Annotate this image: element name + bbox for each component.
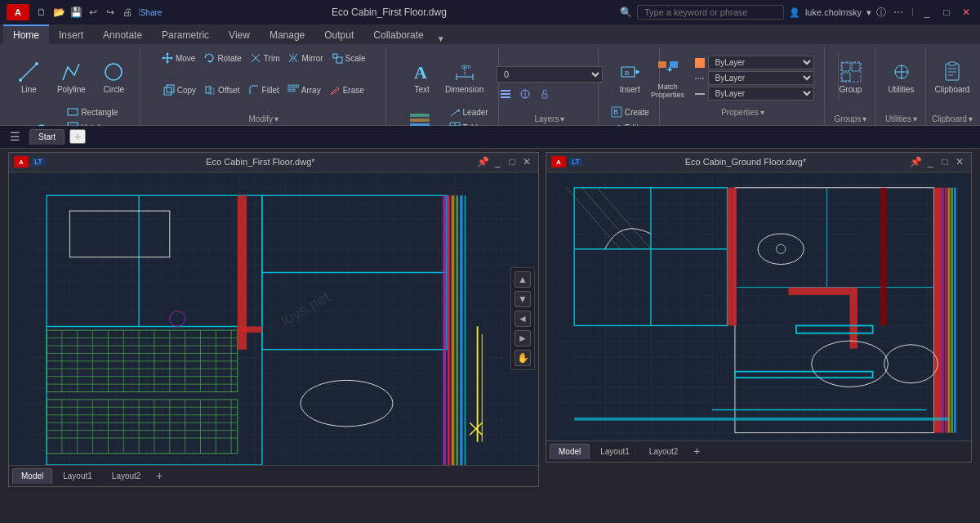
nav-tab-start[interactable]: Start bbox=[29, 129, 65, 145]
group-button[interactable]: Group bbox=[831, 51, 871, 103]
tab-output[interactable]: Output bbox=[314, 25, 363, 44]
ground-floor-tabs: Model Layout1 Layout2 + bbox=[546, 440, 971, 462]
clipboard-expand-icon[interactable]: ▾ bbox=[969, 114, 973, 123]
new-button[interactable]: 🗋 bbox=[34, 5, 49, 20]
match-properties-button[interactable]: MatchProperties bbox=[648, 52, 688, 105]
ground-floor-maximize-button[interactable]: □ bbox=[938, 155, 951, 168]
pan-tool-button[interactable]: ✋ bbox=[514, 350, 531, 366]
trim-button[interactable]: Trim bbox=[247, 51, 283, 65]
copy-button[interactable]: Copy bbox=[160, 83, 199, 97]
first-floor-layout1-tab[interactable]: Layout1 bbox=[54, 468, 101, 484]
layer-list-button[interactable] bbox=[497, 87, 514, 101]
svg-point-2 bbox=[35, 62, 38, 65]
user-area: 👤 luke.cholmsky ▾ bbox=[789, 7, 871, 18]
match-props-label: MatchProperties bbox=[651, 83, 684, 99]
first-floor-close-button[interactable]: ✕ bbox=[520, 155, 533, 168]
first-floor-pin-button[interactable]: 📌 bbox=[476, 155, 489, 168]
expand-panel-button[interactable]: ⋯ bbox=[891, 5, 906, 20]
mirror-button[interactable]: Mirror bbox=[284, 51, 326, 65]
tab-parametric[interactable]: Parametric bbox=[152, 25, 219, 44]
scroll-tools: ▲ ▼ ◄ ► ✋ bbox=[510, 267, 535, 370]
maximize-app-button[interactable]: □ bbox=[939, 5, 954, 20]
first-floor-add-tab[interactable]: + bbox=[151, 468, 167, 483]
active-file-title: Eco Cabin_First Floor.dwg bbox=[163, 7, 615, 18]
svg-rect-141 bbox=[728, 188, 737, 326]
svg-rect-142 bbox=[789, 287, 850, 294]
layer-dropdown[interactable]: 0 bbox=[497, 66, 603, 83]
tab-extra[interactable]: ▼ bbox=[437, 33, 445, 44]
offset-button[interactable]: Offset bbox=[201, 83, 243, 97]
svg-rect-22 bbox=[288, 85, 291, 87]
ground-floor-layout1-tab[interactable]: Layout1 bbox=[591, 444, 639, 459]
ground-floor-add-tab[interactable]: + bbox=[688, 444, 705, 458]
ground-floor-layout2-tab[interactable]: Layout2 bbox=[640, 444, 688, 459]
array-button[interactable]: Array bbox=[284, 83, 324, 97]
clipboard-tools: Clipboard bbox=[932, 51, 973, 113]
tab-collaborate[interactable]: Collaborate bbox=[363, 25, 433, 44]
svg-rect-33 bbox=[410, 114, 430, 117]
utilities-label: Utilities bbox=[888, 85, 914, 94]
clipboard-button[interactable]: Clipboard bbox=[932, 51, 973, 103]
scroll-right-button[interactable]: ► bbox=[514, 330, 531, 346]
utilities-tools: Utilities bbox=[881, 51, 922, 113]
svg-rect-26 bbox=[292, 89, 295, 92]
scroll-left-button[interactable]: ◄ bbox=[514, 311, 531, 327]
leader-button[interactable]: Leader bbox=[446, 105, 492, 119]
circle-button[interactable]: Circle bbox=[93, 51, 134, 103]
ground-floor-close-button[interactable]: ✕ bbox=[953, 155, 966, 168]
open-button[interactable]: 📂 bbox=[51, 5, 66, 20]
tab-annotate[interactable]: Annotate bbox=[93, 25, 152, 44]
tab-view[interactable]: View bbox=[219, 25, 260, 44]
tab-manage[interactable]: Manage bbox=[260, 25, 314, 44]
lineweight-dropdown[interactable]: ByLayer bbox=[708, 87, 814, 101]
rectangle-button[interactable]: Rectangle bbox=[64, 105, 121, 119]
move-button[interactable]: Move bbox=[158, 51, 198, 65]
scroll-up-button[interactable]: ▲ bbox=[514, 271, 531, 288]
utilities-label: Utilities ▾ bbox=[885, 114, 917, 125]
save-button[interactable]: 💾 bbox=[69, 5, 83, 20]
nav-tab-add[interactable]: + bbox=[69, 129, 86, 144]
text-button[interactable]: A Text bbox=[402, 51, 443, 103]
tab-home[interactable]: Home bbox=[3, 25, 49, 44]
linetype-dropdown[interactable]: ByLayer bbox=[708, 71, 814, 85]
polyline-button[interactable]: Polyline bbox=[51, 51, 91, 103]
first-floor-minimize-button[interactable]: _ bbox=[491, 155, 504, 168]
first-floor-maximize-button[interactable]: □ bbox=[506, 155, 519, 168]
redo-button[interactable]: ↪ bbox=[103, 5, 118, 20]
scroll-down-button[interactable]: ▼ bbox=[514, 291, 531, 307]
layers-expand-icon[interactable]: ▾ bbox=[560, 114, 564, 123]
properties-expand-icon[interactable]: ▾ bbox=[760, 108, 764, 117]
tab-insert[interactable]: Insert bbox=[49, 25, 93, 44]
first-floor-layout2-tab[interactable]: Layout2 bbox=[103, 468, 150, 484]
share-button[interactable]: Share bbox=[144, 5, 158, 20]
minimize-app-button[interactable]: _ bbox=[920, 5, 934, 20]
svg-text:dim: dim bbox=[461, 64, 470, 69]
dimension-button[interactable]: dim Dimension bbox=[444, 51, 485, 103]
ground-floor-model-tab[interactable]: Model bbox=[550, 444, 590, 459]
utilities-expand-icon[interactable]: ▾ bbox=[913, 114, 917, 123]
layer-freeze-button[interactable] bbox=[516, 87, 534, 101]
username: luke.cholmsky bbox=[805, 7, 862, 17]
fillet-button[interactable]: Fillet bbox=[245, 83, 283, 97]
plot-button[interactable]: 🖨 bbox=[120, 5, 135, 20]
hamburger-menu-button[interactable]: ☰ bbox=[5, 127, 24, 146]
create-block-button[interactable]: B Create bbox=[608, 105, 653, 119]
search-input[interactable] bbox=[637, 5, 784, 20]
first-floor-model-tab[interactable]: Model bbox=[12, 468, 52, 484]
groups-expand-icon[interactable]: ▾ bbox=[862, 114, 866, 123]
svg-rect-24 bbox=[296, 85, 299, 87]
ground-floor-minimize-button[interactable]: _ bbox=[924, 155, 937, 168]
ground-floor-title: Eco Cabin_Ground Floor.dwg* bbox=[586, 157, 906, 167]
insert-button[interactable]: B Insert bbox=[609, 51, 650, 103]
layer-unlock-button[interactable] bbox=[536, 87, 554, 101]
erase-button[interactable]: Erase bbox=[326, 83, 368, 97]
close-app-button[interactable]: ✕ bbox=[959, 5, 973, 20]
utilities-button[interactable]: Utilities bbox=[881, 51, 922, 103]
modify-expand-icon[interactable]: ▾ bbox=[274, 114, 278, 123]
undo-button[interactable]: ↩ bbox=[86, 5, 100, 20]
ground-floor-pin-button[interactable]: 📌 bbox=[909, 155, 922, 168]
rotate-button[interactable]: Rotate bbox=[200, 51, 244, 65]
line-button[interactable]: Line bbox=[8, 51, 49, 103]
scale-button[interactable]: Scale bbox=[328, 51, 369, 65]
color-dropdown[interactable]: ByLayer bbox=[708, 56, 814, 69]
